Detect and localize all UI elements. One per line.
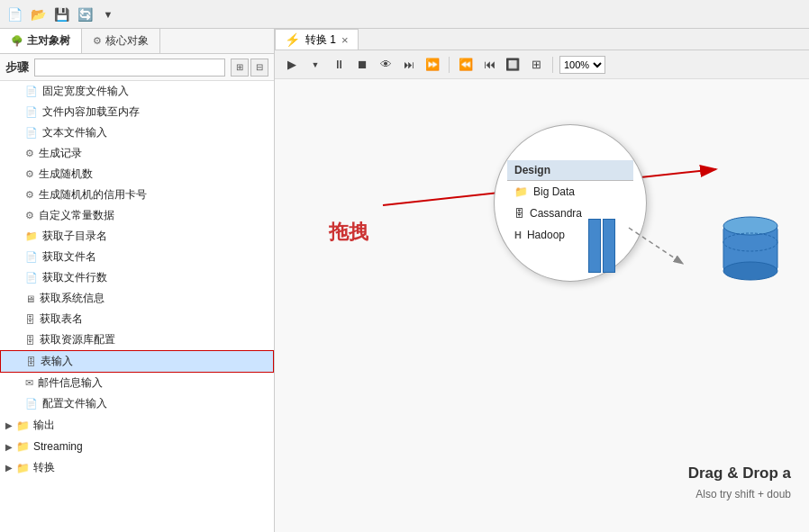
tab-transform1[interactable]: ⚡ 转换 1 × — [275, 29, 359, 50]
save-step-icon[interactable]: ⏪ — [456, 55, 476, 75]
preview-icon[interactable]: 👁 — [376, 55, 395, 75]
svg-line-3 — [629, 228, 683, 264]
tree-item-load-file[interactable]: 📄 文件内容加载至内存 — [0, 102, 274, 122]
tree-group-output[interactable]: ▶ 📁 输出 — [0, 414, 274, 437]
stop-icon[interactable]: ⏹ — [352, 55, 372, 75]
folder-bigdata-icon: 📁 — [514, 185, 528, 198]
context-tab-design[interactable]: Design — [507, 160, 633, 181]
tree-group-transform[interactable]: ▶ 📁 转换 — [0, 456, 274, 479]
tab-label-main: 主对象树 — [27, 33, 70, 49]
item-label-4: 生成随机数 — [39, 167, 93, 182]
tab-label-core: 核心对象 — [105, 33, 149, 49]
dnd-label: Drag & Drop a — [688, 464, 791, 482]
item-label-10: 获取系统信息 — [40, 291, 105, 306]
gear-icon-2: ⚙ — [25, 168, 34, 180]
tree-item-random-cc[interactable]: ⚙ 生成随机机的信用卡号 — [0, 185, 274, 205]
item-label-14: 邮件信息输入 — [38, 375, 103, 391]
arrow-output: ▶ — [5, 420, 13, 430]
tree-item-custom-constant[interactable]: ⚙ 自定义常量数据 — [0, 205, 274, 226]
debug-icon[interactable]: 🔲 — [503, 55, 523, 75]
context-item-bigdata[interactable]: 📁 Big Data — [507, 181, 633, 203]
file-icon-6: 📄 — [25, 398, 38, 410]
steps-icon-group: ⊞ ⊟ — [231, 59, 268, 77]
gear-icon-4: ⚙ — [25, 210, 34, 221]
app-container: 📄 📂 💾 🔄 ▼ 🌳 主对象树 ⚙ 核心对象 步骤 — [0, 0, 809, 532]
steps-search-input[interactable] — [34, 59, 225, 77]
monitor-icon: 🖥 — [25, 293, 35, 304]
toolbar-sep-2 — [552, 57, 553, 73]
tree-item-subdir[interactable]: 📁 获取子目录名 — [0, 226, 274, 247]
hadoop-icon: H — [514, 230, 522, 240]
fast-fwd-icon[interactable]: ⏩ — [423, 55, 442, 75]
group-label-transform: 转换 — [33, 460, 55, 475]
tree-item-table-input[interactable]: 🗄 表输入 — [0, 350, 274, 373]
tree-item-fixed-width[interactable]: 📄 固定宽度文件输入 — [0, 81, 274, 102]
folder-output-icon: 📁 — [16, 419, 30, 432]
core-icon: ⚙ — [93, 35, 102, 47]
tree-item-filename[interactable]: 📄 获取文件名 — [0, 247, 274, 267]
tree-list: 📄 固定宽度文件输入 📄 文件内容加载至内存 📄 文本文件输入 ⚙ 生成记录 ⚙ — [0, 81, 274, 532]
save-icon[interactable]: 💾 — [52, 5, 70, 23]
zoom-control: 100% 25% 50% 75% 150% 200% — [559, 56, 605, 74]
db-icon-3: 🗄 — [26, 356, 36, 367]
step-icon[interactable]: ⏭ — [399, 55, 419, 75]
tree-item-mail-input[interactable]: ✉ 邮件信息输入 — [0, 373, 274, 393]
expand-all-btn[interactable]: ⊞ — [231, 59, 249, 77]
item-label-6: 自定义常量数据 — [39, 208, 114, 223]
item-label-11: 获取表名 — [40, 311, 83, 327]
tree-group-streaming[interactable]: ▶ 📁 Streaming — [0, 437, 274, 456]
mail-icon: ✉ — [25, 377, 33, 389]
tree-item-file-lines[interactable]: 📄 获取文件行数 — [0, 267, 274, 288]
tree-item-tablename[interactable]: 🗄 获取表名 — [0, 309, 274, 329]
dropdown-icon[interactable]: ▼ — [99, 5, 117, 23]
item-label-2: 文本文件输入 — [42, 125, 107, 140]
tab-close-transform1[interactable]: × — [341, 33, 349, 47]
tree-item-text-input[interactable]: 📄 文本文件输入 — [0, 122, 274, 143]
left-tabs: 🌳 主对象树 ⚙ 核心对象 — [0, 29, 274, 54]
canvas-area: 拖拽 Design 📁 Big Data 🗄 Cassandra — [275, 79, 809, 532]
tab-core-object[interactable]: ⚙ 核心对象 — [82, 29, 160, 53]
steps-label: 步骤 — [5, 59, 29, 76]
file-icon-4: 📄 — [25, 251, 38, 263]
item-label-5: 生成随机机的信用卡号 — [39, 187, 147, 203]
tab-main-object-tree[interactable]: 🌳 主对象树 — [0, 29, 82, 53]
dnd-subtext: Also try shift + doub — [695, 488, 791, 500]
gear-icon-3: ⚙ — [25, 189, 34, 201]
folder-transform-icon: 📁 — [16, 462, 30, 474]
top-toolbar: 📄 📂 💾 🔄 ▼ — [0, 0, 809, 29]
drag-label: 拖拽 — [329, 219, 368, 246]
collapse-all-btn[interactable]: ⊟ — [250, 59, 268, 77]
group-label-output: 输出 — [33, 418, 55, 433]
open-icon[interactable]: 📂 — [29, 5, 47, 23]
svg-point-5 — [723, 217, 777, 235]
dropdown-run-icon[interactable]: ▼ — [305, 55, 325, 75]
tree-item-generate-random[interactable]: ⚙ 生成随机数 — [0, 164, 274, 185]
tree-item-sysinfo[interactable]: 🖥 获取系统信息 — [0, 288, 274, 309]
layout-icon[interactable]: ⊞ — [526, 55, 546, 75]
tree-item-repo-config[interactable]: 🗄 获取资源库配置 — [0, 329, 274, 350]
item-label-1: 文件内容加载至内存 — [42, 104, 140, 120]
pause-icon[interactable]: ⏸ — [329, 55, 349, 75]
file-icon-3: 📄 — [25, 127, 38, 139]
folder-streaming-icon: 📁 — [16, 440, 30, 453]
db-icon-1: 🗄 — [25, 314, 35, 325]
database-svg — [719, 210, 782, 282]
tree-item-generate-records[interactable]: ⚙ 生成记录 — [0, 143, 274, 164]
run-icon[interactable]: ▶ — [282, 55, 302, 75]
tree-icon: 🌳 — [11, 35, 23, 47]
right-panel: ⚡ 转换 1 × ▶ ▼ ⏸ ⏹ 👁 ⏭ ⏩ ⏪ ⏮ 🔲 ⊞ — [275, 29, 809, 532]
item-label-8: 获取文件名 — [42, 249, 96, 265]
tree-item-config-input[interactable]: 📄 配置文件输入 — [0, 393, 274, 414]
dashed-arrow-svg — [548, 219, 728, 309]
save-all-step-icon[interactable]: ⏮ — [479, 55, 499, 75]
arrow-streaming: ▶ — [5, 442, 13, 452]
right-toolbar: ▶ ▼ ⏸ ⏹ 👁 ⏭ ⏩ ⏪ ⏮ 🔲 ⊞ 100% 25% 50% — [275, 50, 809, 79]
new-file-icon[interactable]: 📄 — [5, 5, 23, 23]
toolbar-sep-1 — [449, 57, 450, 73]
file-icon-5: 📄 — [25, 272, 38, 284]
zoom-select[interactable]: 100% 25% 50% 75% 150% 200% — [559, 56, 605, 74]
svg-point-7 — [723, 262, 777, 280]
save-all-icon[interactable]: 🔄 — [76, 5, 94, 23]
db-large-icon-container — [714, 205, 786, 286]
group-label-streaming: Streaming — [33, 440, 83, 453]
